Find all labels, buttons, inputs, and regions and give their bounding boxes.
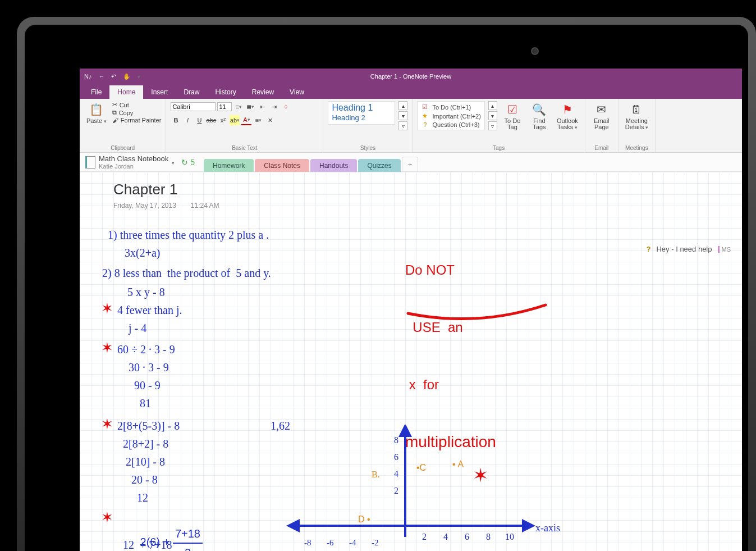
checkbox-big-icon: ☑	[505, 102, 520, 117]
point-c-label: C	[420, 463, 427, 472]
styles-expand[interactable]: ▿	[398, 121, 407, 130]
copy-icon: ⧉	[112, 109, 117, 116]
point-a-label: A	[458, 459, 464, 469]
font-size-select[interactable]	[217, 102, 232, 111]
red-star-graph: ✶	[473, 464, 488, 486]
strike-button[interactable]: abc	[206, 115, 216, 125]
email-page-label: Email Page	[594, 118, 610, 130]
notebook-picker[interactable]: Math Class Notebook Katie Jordan ↻ 5	[80, 153, 200, 171]
touch-mode-button[interactable]: ✋	[121, 72, 133, 81]
ink-q4-line2: 30 · 3 - 9	[114, 358, 169, 376]
notebook-owner: Katie Jordan	[99, 163, 168, 170]
clear-format-button[interactable]: ✕	[265, 115, 275, 125]
xtick-6: 6	[465, 528, 469, 546]
font-color-button[interactable]: A	[241, 115, 251, 125]
outlook-tasks-button[interactable]: ⚑Outlook Tasks	[555, 101, 580, 132]
format-painter-button[interactable]: 🖌Format Painter	[112, 117, 162, 124]
email-page-button[interactable]: ✉Email Page	[590, 101, 613, 131]
outdent-button[interactable]: ⇤	[257, 102, 267, 112]
ytick-6: 6	[394, 448, 398, 466]
tab-history[interactable]: History	[207, 85, 244, 99]
style-heading2[interactable]: Heading 2	[332, 113, 391, 123]
tab-insert[interactable]: Insert	[143, 85, 176, 99]
tag-todo[interactable]: ☑To Do (Ctrl+1)	[421, 103, 481, 111]
titlebar: N♪ ← ↶ ✋ Chapter 1 - OneNote Preview	[80, 69, 742, 84]
app-badge: N♪	[82, 72, 94, 81]
todo-tag-button[interactable]: ☑To Do Tag	[501, 101, 524, 131]
group-label-meetings: Meetings	[623, 144, 650, 151]
bold-button[interactable]: B	[171, 115, 181, 125]
question-icon: ?	[421, 121, 429, 128]
tab-view[interactable]: View	[282, 85, 312, 99]
tag-question[interactable]: ?Question (Ctrl+3)	[421, 121, 481, 129]
eraser-icon[interactable]: ◊	[281, 102, 291, 112]
qat-customize-button[interactable]	[135, 72, 143, 81]
notebook-icon	[85, 156, 95, 169]
section-tab-classnotes[interactable]: Class Notes	[255, 159, 309, 172]
section-tab-homework[interactable]: Homework	[204, 159, 254, 172]
flag-icon: ⚑	[560, 102, 575, 117]
star-icon: ★	[421, 112, 429, 120]
meeting-icon: 🗓	[629, 102, 644, 117]
add-section-button[interactable]: +	[402, 157, 419, 171]
styles-scroll-up[interactable]: ▴	[398, 101, 407, 110]
red-star-mark-1: ✶	[101, 300, 113, 317]
page-canvas[interactable]: Chapter 1 Friday, May 17, 2013 11:24 AM …	[80, 172, 742, 551]
tag-important[interactable]: ★Important (Ctrl+2)	[421, 112, 481, 120]
tab-home[interactable]: Home	[109, 85, 143, 99]
tags-scroll-up[interactable]: ▴	[488, 101, 497, 110]
style-heading1[interactable]: Heading 1	[332, 103, 391, 113]
page-date: Friday, May 17, 2013	[113, 202, 176, 210]
scissors-icon: ✂	[112, 101, 117, 108]
tab-file[interactable]: File	[83, 85, 109, 99]
notebook-dropdown-icon[interactable]	[172, 158, 175, 166]
highlight-button[interactable]: ab	[230, 115, 240, 125]
sync-count: 5	[190, 158, 195, 167]
tags-scroll-down[interactable]: ▾	[488, 111, 497, 120]
paste-button[interactable]: 📋 Paste	[84, 101, 109, 126]
font-family-select[interactable]	[171, 102, 216, 111]
notebook-bar: Math Class Notebook Katie Jordan ↻ 5 Hom…	[80, 153, 742, 172]
meeting-details-button[interactable]: 🗓Meeting Details	[623, 101, 650, 132]
point-a: • A	[452, 459, 464, 470]
tags-expand[interactable]: ▿	[488, 121, 497, 130]
bullets-button[interactable]: ≡	[233, 102, 244, 112]
copy-button[interactable]: ⧉Copy	[112, 109, 162, 116]
group-label-email: Email	[590, 144, 613, 151]
comment-author: MS	[718, 246, 731, 253]
styles-gallery[interactable]: Heading 1 Heading 2	[328, 101, 395, 125]
back-button[interactable]: ←	[96, 72, 107, 81]
cut-label: Cut	[120, 102, 129, 108]
ink-q4-line4: 81	[114, 394, 151, 412]
tab-review[interactable]: Review	[244, 85, 282, 99]
tag-important-label: Important (Ctrl+2)	[432, 113, 481, 120]
tab-draw[interactable]: Draw	[176, 85, 207, 99]
envelope-icon: ✉	[594, 102, 609, 117]
red-star-mark-3: ✶	[101, 416, 113, 433]
subscript-button[interactable]: x²	[218, 115, 228, 125]
outlook-tasks-label: Outlook Tasks	[557, 118, 578, 131]
find-tags-button[interactable]: 🔍Find Tags	[528, 101, 551, 131]
ink-q4-line1: 60 ÷ 2 · 3 - 9	[114, 340, 175, 358]
page-title[interactable]: Chapter 1	[113, 181, 219, 198]
cut-button[interactable]: ✂Cut	[112, 101, 162, 108]
align-button[interactable]: ≡	[253, 115, 263, 125]
red-underline	[405, 302, 551, 330]
section-tab-handouts[interactable]: Handouts	[310, 159, 357, 172]
section-tab-quizzes[interactable]: Quizzes	[358, 159, 400, 172]
comment-block[interactable]: ? Hey - I need help MS	[647, 245, 731, 253]
onenote-window: N♪ ← ↶ ✋ Chapter 1 - OneNote Preview Fil…	[80, 69, 742, 551]
xtick-10: 10	[505, 528, 514, 546]
window-title: Chapter 1 - OneNote Preview	[80, 73, 742, 80]
page-time: 11:24 AM	[191, 202, 219, 210]
camera-icon	[531, 47, 539, 55]
underline-button[interactable]: U	[194, 115, 204, 125]
group-basic-text: ≡ ≣ ⇤ ⇥ ◊ B I U abc x² ab A ≡ ✕	[166, 99, 323, 152]
italic-button[interactable]: I	[182, 115, 193, 125]
numbering-button[interactable]: ≣	[245, 102, 255, 112]
undo-button[interactable]: ↶	[109, 72, 118, 81]
ink-q3-line2: j - 4	[114, 319, 146, 337]
xtick-2: 2	[422, 528, 427, 546]
styles-scroll-down[interactable]: ▾	[398, 111, 407, 120]
indent-button[interactable]: ⇥	[269, 102, 279, 112]
